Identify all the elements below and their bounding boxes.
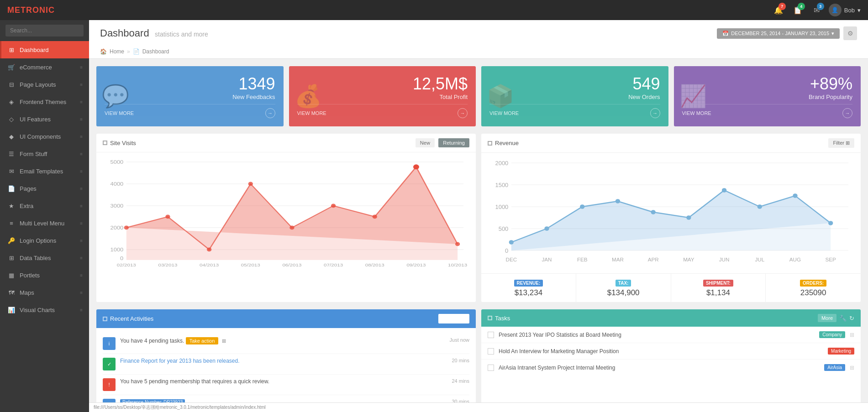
revenue-label-badge: REVENUE: bbox=[514, 280, 543, 287]
task-icon-1[interactable]: ⊞ bbox=[850, 332, 854, 338]
wrench-icon[interactable]: 🔧 bbox=[839, 315, 847, 322]
svg-text:02/2013: 02/2013 bbox=[117, 262, 136, 267]
sidebar-item-left: 📄 Pages bbox=[8, 185, 37, 192]
task-checkbox-3[interactable] bbox=[488, 365, 494, 371]
svg-point-20 bbox=[413, 164, 419, 169]
sidebar-item-left: ✉ Email Templates bbox=[8, 167, 63, 175]
page-title-text: Dashboard bbox=[100, 27, 149, 39]
more-button[interactable]: More bbox=[818, 314, 836, 322]
new-button[interactable]: New bbox=[416, 138, 435, 147]
svg-text:JUN: JUN bbox=[719, 257, 730, 262]
orders-label-badge: ORDERS: bbox=[800, 280, 826, 287]
circle-arrow-icon: → bbox=[265, 108, 275, 118]
sidebar-menu: ⊞ Dashboard 🛒 eCommerce ≡ ⊟ Page Layouts… bbox=[0, 41, 89, 412]
activity-link-2[interactable]: Finance Report for year 2013 has been re… bbox=[120, 358, 240, 364]
visual-charts-icon: 📊 bbox=[8, 306, 15, 313]
topbar: METRONIC 🔔 7 📋 4 ✉ 3 👤 Bob ▾ bbox=[0, 0, 868, 20]
activity-content-3: You have 5 pending membership that requi… bbox=[120, 378, 447, 385]
take-action-button[interactable]: Take action bbox=[186, 337, 219, 344]
revenue-stats: REVENUE: $13,234 TAX: $134,900 SHIPMENT:… bbox=[481, 273, 861, 302]
view-more-feedbacks[interactable]: VIEW MORE bbox=[105, 110, 134, 116]
svg-text:MAY: MAY bbox=[683, 257, 694, 262]
settings-button[interactable]: ⚙ bbox=[843, 26, 857, 40]
chevron-right-icon: ≡ bbox=[80, 256, 83, 261]
user-menu[interactable]: 👤 Bob ▾ bbox=[829, 4, 861, 16]
svg-text:FEB: FEB bbox=[577, 257, 588, 262]
svg-point-50 bbox=[758, 204, 762, 209]
list-item: i Reference Number: DR23923 30 mins bbox=[103, 395, 469, 402]
refresh-icon[interactable]: ↻ bbox=[849, 315, 854, 322]
returning-button[interactable]: Returning bbox=[438, 138, 469, 147]
sidebar-label-data-tables: Data Tables bbox=[20, 255, 51, 261]
chevron-right-icon: ≡ bbox=[80, 82, 83, 87]
sidebar-label-ecommerce: eCommerce bbox=[20, 64, 52, 71]
stat-label-profit: Total Profit bbox=[297, 94, 468, 100]
sidebar-item-visual-charts[interactable]: 📊 Visual Charts ≡ bbox=[0, 301, 89, 318]
ecommerce-icon: 🛒 bbox=[8, 63, 15, 71]
maps-icon: 🗺 bbox=[8, 289, 15, 296]
sidebar-item-ui-features[interactable]: ◇ UI Features ≡ bbox=[0, 110, 89, 128]
tax-value: $134,900 bbox=[583, 288, 664, 297]
sidebar-item-email-templates[interactable]: ✉ Email Templates ≡ bbox=[0, 162, 89, 180]
sidebar-item-form-stuff[interactable]: ☰ Form Stuff ≡ bbox=[0, 145, 89, 162]
breadcrumb-home[interactable]: Home bbox=[110, 48, 124, 55]
sidebar-item-pages[interactable]: 📄 Pages ≡ bbox=[0, 180, 89, 197]
panel-title-icon bbox=[103, 317, 107, 321]
rev-stat-tax: TAX: $134,900 bbox=[576, 274, 671, 302]
sidebar-item-left: 🗺 Maps bbox=[8, 289, 34, 296]
extra-icon: ★ bbox=[8, 202, 15, 209]
task-icon-3[interactable]: ⊞ bbox=[850, 365, 854, 371]
svg-text:500: 500 bbox=[499, 226, 509, 232]
notification-bell[interactable]: 🔔 7 bbox=[771, 3, 786, 17]
sidebar-label-portlets: Portlets bbox=[20, 272, 40, 279]
login-options-icon: 🔑 bbox=[8, 237, 15, 244]
svg-text:1500: 1500 bbox=[495, 182, 509, 188]
activity-text-3: You have 5 pending membership that requi… bbox=[120, 378, 269, 385]
sidebar-item-ui-components[interactable]: ◆ UI Components ≡ bbox=[0, 128, 89, 145]
svg-text:1000: 1000 bbox=[495, 204, 509, 210]
site-visits-body: 5000 4000 3000 2000 1000 0 bbox=[96, 152, 476, 273]
site-visits-label: Site Visits bbox=[110, 140, 136, 146]
view-more-profit[interactable]: VIEW MORE bbox=[297, 110, 326, 116]
sidebar-item-extra[interactable]: ★ Extra ≡ bbox=[0, 197, 89, 214]
stat-footer-feedbacks: VIEW MORE → bbox=[105, 104, 275, 118]
svg-text:4000: 4000 bbox=[110, 181, 124, 187]
view-more-orders[interactable]: VIEW MORE bbox=[489, 110, 519, 116]
search-input[interactable] bbox=[5, 25, 84, 37]
sidebar-item-login-options[interactable]: 🔑 Login Options ≡ bbox=[0, 232, 89, 249]
task-checkbox-1[interactable] bbox=[488, 332, 494, 338]
sidebar-item-data-tables[interactable]: ⊞ Data Tables ≡ bbox=[0, 249, 89, 266]
task-checkbox-2[interactable] bbox=[488, 348, 494, 355]
sidebar-item-page-layouts[interactable]: ⊟ Page Layouts ≡ bbox=[0, 76, 89, 93]
sidebar-item-maps[interactable]: 🗺 Maps ≡ bbox=[0, 284, 89, 301]
activity-icon-2: ✓ bbox=[103, 358, 116, 370]
site-visits-card: Site Visits New Returning bbox=[96, 134, 476, 302]
notification-messages[interactable]: ✉ 3 bbox=[810, 3, 824, 17]
sidebar-item-ecommerce[interactable]: 🛒 eCommerce ≡ bbox=[0, 58, 89, 76]
sidebar-item-left: ◆ UI Components bbox=[8, 133, 61, 140]
svg-text:08/2013: 08/2013 bbox=[365, 262, 384, 267]
sidebar-item-dashboard[interactable]: ⊞ Dashboard bbox=[0, 41, 89, 58]
svg-text:JAN: JAN bbox=[542, 257, 552, 262]
status-bar: file:///Users/ss/Desktop/辛志强给metronic_3.… bbox=[89, 402, 868, 412]
filter-by-button[interactable]: Filter By ▾ bbox=[438, 314, 469, 323]
calendar-icon: 📅 bbox=[722, 31, 729, 37]
svg-point-43 bbox=[509, 240, 514, 245]
sidebar-item-multi-level-menu[interactable]: ≡ Multi Level Menu ≡ bbox=[0, 214, 89, 232]
stat-label-popularity: Brand Popularity bbox=[682, 94, 853, 100]
notification-tasks[interactable]: 📋 4 bbox=[790, 3, 805, 17]
sidebar-item-portlets[interactable]: ▦ Portlets ≡ bbox=[0, 266, 89, 284]
task-badge-2: Marketing bbox=[828, 348, 854, 355]
panel-title-icon bbox=[488, 316, 492, 320]
filter-button[interactable]: Filter ⊞ bbox=[828, 138, 854, 148]
tasks-body: Present 2013 Year IPO Statistics at Boar… bbox=[481, 327, 861, 375]
sidebar-item-frontend-themes[interactable]: ◈ Frontend Themes ≡ bbox=[0, 93, 89, 110]
revenue-header: Revenue Filter ⊞ bbox=[481, 134, 861, 153]
revenue-value: $13,234 bbox=[488, 288, 569, 297]
sidebar-item-left: ◇ UI Features bbox=[8, 115, 51, 123]
date-range-button[interactable]: 📅 DECEMBER 25, 2014 - JANUARY 23, 2015 ▾ bbox=[717, 28, 840, 39]
chevron-right-icon: ≡ bbox=[80, 308, 83, 313]
svg-point-51 bbox=[793, 193, 797, 198]
view-more-popularity[interactable]: VIEW MORE bbox=[682, 110, 711, 116]
sidebar-label-pages: Pages bbox=[20, 185, 37, 192]
